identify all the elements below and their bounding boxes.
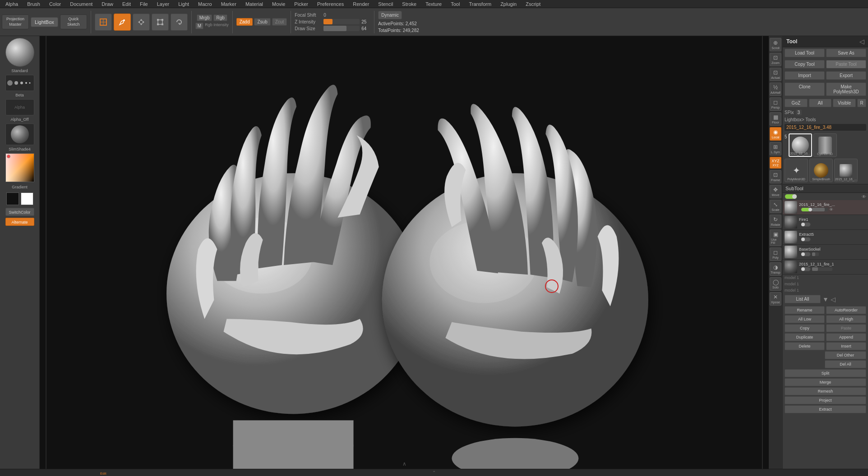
menu-stroke[interactable]: Stroke xyxy=(400,1,418,7)
mrgb-button[interactable]: Mrgb xyxy=(197,14,212,21)
subtool-item-fire1b[interactable]: 2015_12_11_fire_1 xyxy=(783,260,868,275)
strip-solo-button[interactable]: ◯ Solo xyxy=(770,277,781,291)
goz-button[interactable]: GoZ xyxy=(785,99,808,107)
brush-preview[interactable] xyxy=(5,75,34,91)
strip-usefill-button[interactable]: ▣ Use Fill xyxy=(770,229,781,246)
paste-tool-button[interactable]: Paste Tool xyxy=(826,60,866,69)
extract-button[interactable]: Extract xyxy=(785,405,866,413)
menu-transform[interactable]: Transform xyxy=(467,1,493,7)
all-high-button[interactable]: All High xyxy=(826,315,866,323)
strip-lsym-button[interactable]: ⊞ L.Sym xyxy=(770,142,781,156)
all-low-button[interactable]: All Low xyxy=(785,315,825,323)
duplicate-button[interactable]: Duplicate xyxy=(785,333,825,341)
menu-draw[interactable]: Draw xyxy=(100,1,115,7)
zadd-button[interactable]: Zadd xyxy=(236,18,253,26)
append-button[interactable]: Append xyxy=(826,333,866,341)
zsub-button[interactable]: Zsub xyxy=(254,18,270,26)
nav-down-icon[interactable]: ▼ xyxy=(822,296,829,303)
quick-sketch-button[interactable]: Quick Sketch xyxy=(60,14,87,29)
paste-action-button[interactable]: Paste xyxy=(826,324,866,332)
r-button[interactable]: R xyxy=(857,99,866,107)
menu-brush[interactable]: Brush xyxy=(25,1,42,7)
strip-move-button[interactable]: ✥ Move xyxy=(770,185,781,198)
menu-file[interactable]: File xyxy=(138,1,150,7)
auto-reorder-button[interactable]: AutoReorder xyxy=(826,306,866,314)
subtool-slider-4[interactable] xyxy=(812,252,819,256)
menu-document[interactable]: Document xyxy=(68,1,94,7)
menu-texture[interactable]: Texture xyxy=(424,1,443,7)
strip-xyz-button[interactable]: XYZ XYZ xyxy=(770,157,781,169)
rgb-button[interactable]: Rgb xyxy=(213,14,227,21)
menu-alpha[interactable]: Alpha xyxy=(4,1,20,7)
lightbox-button[interactable]: LightBox xyxy=(31,17,58,27)
strip-scale-button[interactable]: ⤡ Scale xyxy=(770,200,781,213)
strip-aahalf-button[interactable]: ½ AAHalf xyxy=(770,82,781,96)
subtool-section-header[interactable]: SubTool xyxy=(783,184,868,193)
save-as-button[interactable]: Save As xyxy=(826,49,866,57)
nav-right-icon[interactable]: ▷ xyxy=(831,296,836,303)
strip-floor-button[interactable]: ▦ Floor xyxy=(770,112,781,126)
tool-thumb-sphere[interactable]: 2015_12_16... xyxy=(789,133,812,157)
strip-zoom-button[interactable]: ⊡ Zoom xyxy=(770,53,781,66)
z-intensity-slider[interactable] xyxy=(323,19,360,24)
menu-stencil[interactable]: Stencil xyxy=(376,1,395,7)
subtool-item-extract5[interactable]: Extract5 xyxy=(783,230,868,245)
del-all-button[interactable]: Del All xyxy=(825,360,866,368)
scale-button[interactable] xyxy=(152,14,169,31)
menu-layer[interactable]: Layer xyxy=(155,1,171,7)
strip-poly-button[interactable]: ◻ Poly xyxy=(770,247,781,261)
subtool-eye-icon[interactable]: 👁 xyxy=(862,194,866,199)
lightbox-tools-link[interactable]: Lightbox> Tools xyxy=(783,116,868,123)
alpha-preview[interactable]: Alpha xyxy=(5,99,34,115)
subtool-visible-toggle[interactable] xyxy=(785,194,797,199)
subtool-slider-5[interactable] xyxy=(812,267,832,271)
subtool-toggle-4[interactable] xyxy=(801,252,811,256)
menu-tool[interactable]: Tool xyxy=(449,1,462,7)
strip-scroll-button[interactable]: ⊕ Scroll xyxy=(770,38,781,51)
menu-render[interactable]: Render xyxy=(351,1,371,7)
load-tool-button[interactable]: Load Tool xyxy=(785,49,825,57)
visible-button[interactable]: Visible xyxy=(833,99,856,107)
import-button[interactable]: Import xyxy=(785,71,825,80)
remesh-button[interactable]: Remesh xyxy=(785,387,866,395)
copy-action-button[interactable]: Copy xyxy=(785,324,825,332)
subtool-item-fire3[interactable]: 2015_12_16_fire_... 👁 xyxy=(783,200,868,215)
menu-color[interactable]: Color xyxy=(47,1,63,7)
menu-light[interactable]: Light xyxy=(176,1,191,7)
tool-thumb-polymesh[interactable]: ✦ PolyMesh3D xyxy=(785,159,808,182)
strip-local-button[interactable]: ◉ Local xyxy=(770,127,781,141)
subtool-item-basesockel[interactable]: BaseSockel xyxy=(783,245,868,260)
strip-xpose-button[interactable]: ✕ Xpose xyxy=(770,292,781,306)
copy-tool-button[interactable]: Copy Tool xyxy=(785,60,825,69)
make-polymesh3d-button[interactable]: Make PolyMesh3D xyxy=(826,82,866,96)
subtool-toggle-3[interactable] xyxy=(801,237,811,242)
menu-preferences[interactable]: Preferences xyxy=(315,1,346,7)
draw-size-slider[interactable] xyxy=(323,26,360,31)
zcut-button[interactable]: Zcut xyxy=(272,18,287,26)
strip-persp-button[interactable]: ◻ Persp xyxy=(770,97,781,111)
menu-marker[interactable]: Marker xyxy=(219,1,238,7)
m-button[interactable]: M xyxy=(195,23,203,29)
merge-button[interactable]: Merge xyxy=(785,378,866,386)
subtool-item-fire1[interactable]: Fire1 xyxy=(783,215,868,230)
menu-material[interactable]: Material xyxy=(244,1,265,7)
tool-thumb-fire[interactable]: 2015_12_16_... xyxy=(834,159,858,182)
color-picker[interactable] xyxy=(5,153,34,182)
dynamic-button[interactable]: Dynamic xyxy=(378,11,402,19)
strip-rotate-button[interactable]: ↻ Rotate xyxy=(770,215,781,228)
strip-frame-button[interactable]: ⊡ Frame xyxy=(770,170,781,183)
subtool-toggle-5[interactable] xyxy=(801,267,811,271)
swatch-white[interactable] xyxy=(21,192,33,205)
strip-transp-button[interactable]: ◑ Transp xyxy=(770,262,781,276)
material2-preview[interactable] xyxy=(5,124,34,145)
split-button[interactable]: Split xyxy=(785,369,866,377)
menu-movie[interactable]: Movie xyxy=(270,1,287,7)
tool-thumb-simplebrush[interactable]: SimpleBrush xyxy=(809,159,833,182)
del-other-button[interactable]: Del Other xyxy=(825,351,866,359)
tool-panel-collapse-icon[interactable]: ◁ xyxy=(859,38,864,45)
material-preview[interactable] xyxy=(5,38,34,67)
insert-button[interactable]: Insert xyxy=(826,342,866,350)
menu-edit[interactable]: Edit xyxy=(120,1,133,7)
subtool-eye-1[interactable]: 👁 xyxy=(829,207,833,212)
draw-button[interactable] xyxy=(114,14,131,31)
